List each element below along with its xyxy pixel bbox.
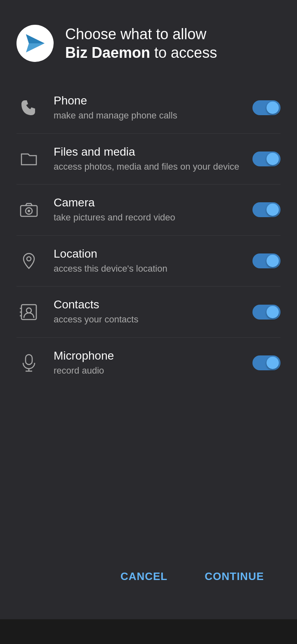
camera-toggle[interactable] (252, 202, 280, 217)
header-text: Choose what to allow Biz Daemon to acces… (65, 25, 217, 62)
contacts-permission-text: Contacts access your contacts (54, 298, 240, 326)
microphone-title: Microphone (54, 349, 240, 362)
location-toggle[interactable] (252, 253, 280, 268)
location-desc: access this device's location (54, 263, 240, 275)
location-icon (16, 252, 41, 270)
permissions-list: Phone make and manage phone calls Files … (16, 83, 280, 553)
files-toggle[interactable] (252, 152, 280, 166)
files-title: Files and media (54, 145, 240, 159)
svg-point-5 (27, 257, 31, 261)
header: Choose what to allow Biz Daemon to acces… (16, 25, 280, 62)
contacts-desc: access your contacts (54, 314, 240, 326)
svg-point-7 (26, 308, 31, 313)
bottom-bar (0, 619, 297, 644)
microphone-permission-text: Microphone record audio (54, 349, 240, 377)
continue-button[interactable]: CONTINUE (192, 563, 276, 590)
permission-item-phone: Phone make and manage phone calls (16, 83, 280, 134)
app-icon (16, 25, 54, 62)
phone-title: Phone (54, 94, 240, 107)
cancel-button[interactable]: CANCEL (108, 563, 180, 590)
files-desc: access photos, media and files on your d… (54, 161, 240, 173)
folder-icon (16, 150, 41, 168)
files-permission-text: Files and media access photos, media and… (54, 145, 240, 173)
permission-item-microphone: Microphone record audio (16, 338, 280, 388)
permission-item-contacts: Contacts access your contacts (16, 286, 280, 338)
svg-point-4 (28, 210, 30, 212)
app-name: Biz Daemon (65, 44, 150, 61)
camera-icon (16, 201, 41, 219)
microphone-toggle[interactable] (252, 355, 280, 370)
phone-desc: make and manage phone calls (54, 110, 240, 122)
phone-permission-text: Phone make and manage phone calls (54, 94, 240, 122)
main-container: Choose what to allow Biz Daemon to acces… (0, 0, 297, 619)
permission-item-files: Files and media access photos, media and… (16, 134, 280, 185)
location-permission-text: Location access this device's location (54, 247, 240, 275)
location-title: Location (54, 247, 240, 260)
contacts-icon (16, 303, 41, 321)
contacts-toggle[interactable] (252, 305, 280, 320)
microphone-icon (16, 354, 41, 372)
svg-marker-1 (26, 34, 45, 43)
header-title-line2: to access (154, 44, 217, 61)
permission-item-camera: Camera take pictures and record video (16, 185, 280, 236)
contacts-title: Contacts (54, 298, 240, 311)
header-title-line1: Choose what to allow (65, 26, 206, 43)
phone-toggle[interactable] (252, 100, 280, 115)
microphone-desc: record audio (54, 365, 240, 377)
footer: CANCEL CONTINUE (16, 553, 280, 607)
svg-rect-11 (26, 355, 32, 365)
camera-title: Camera (54, 196, 240, 209)
camera-permission-text: Camera take pictures and record video (54, 196, 240, 224)
permission-item-location: Location access this device's location (16, 236, 280, 287)
camera-desc: take pictures and record video (54, 212, 240, 224)
phone-icon (16, 99, 41, 117)
